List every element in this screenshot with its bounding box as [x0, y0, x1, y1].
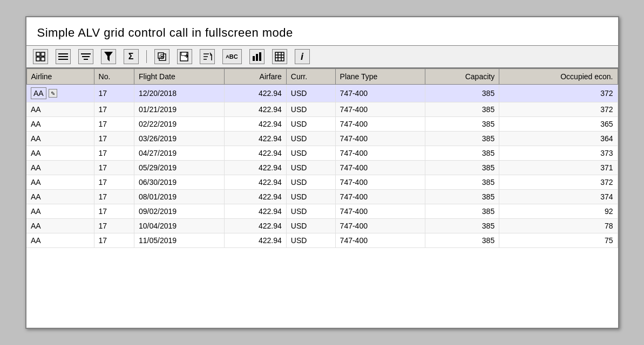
cell-airfare: 422.94 [225, 219, 287, 233]
cell-airline: AA [26, 161, 94, 175]
svg-rect-25 [275, 52, 284, 61]
cell-occupied-econ: 371 [499, 161, 618, 175]
cell-airline: AA [26, 175, 94, 190]
toolbar: Σ [26, 46, 618, 68]
cell-plane-type: 747-400 [335, 204, 425, 219]
table-row[interactable]: AA1710/04/2019422.94USD747-40038578 [26, 219, 618, 233]
col-header-no: No. [94, 69, 134, 85]
table-row[interactable]: AA1709/02/2019422.94USD747-40038592 [26, 204, 618, 219]
cell-occupied-econ: 373 [499, 146, 618, 161]
cell-occupied-econ: 365 [499, 117, 618, 132]
filter-columns-icon[interactable] [78, 49, 93, 64]
svg-rect-23 [256, 54, 258, 61]
svg-rect-22 [253, 56, 255, 61]
cell-flight-date: 01/21/2019 [134, 102, 224, 117]
table-row[interactable]: AA1704/27/2019422.94USD747-400385373 [26, 146, 618, 161]
cell-occupied-econ: 372 [499, 175, 618, 190]
title-bar: Simple ALV grid control call in fullscre… [26, 17, 618, 46]
cell-plane-type: 747-400 [335, 219, 425, 233]
window-title: Simple ALV grid control call in fullscre… [37, 26, 293, 39]
table-row[interactable]: AA1706/30/2019422.94USD747-400385372 [26, 175, 618, 190]
cell-flight-date: 10/04/2019 [134, 219, 224, 233]
col-header-capacity: Capacity [425, 69, 499, 85]
table-row[interactable]: AA1705/29/2019422.94USD747-400385371 [26, 161, 618, 175]
cell-curr: USD [286, 146, 335, 161]
cell-flight-date: 05/29/2019 [134, 161, 224, 175]
cell-flight-date: 02/22/2019 [134, 117, 224, 132]
cell-plane-type: 747-400 [335, 233, 425, 248]
cell-airline: AA✎ [26, 85, 94, 102]
filter-icon[interactable] [101, 49, 116, 64]
table-row[interactable]: AA✎1712/20/2018422.94USD747-400385372 [26, 85, 618, 102]
cell-occupied-econ: 372 [499, 102, 618, 117]
cell-no: 17 [94, 204, 134, 219]
cell-no: 17 [94, 132, 134, 146]
cell-plane-type: 747-400 [335, 175, 425, 190]
cell-capacity: 385 [425, 117, 499, 132]
abc-icon[interactable]: ABC [222, 49, 242, 64]
cell-curr: USD [286, 175, 335, 190]
sort-icon[interactable] [200, 49, 215, 64]
cell-capacity: 385 [425, 102, 499, 117]
cell-plane-type: 747-400 [335, 161, 425, 175]
cell-capacity: 385 [425, 204, 499, 219]
svg-rect-2 [36, 57, 40, 61]
cell-airfare: 422.94 [225, 85, 287, 102]
svg-rect-1 [41, 52, 45, 56]
table-row[interactable]: AA1702/22/2019422.94USD747-400385365 [26, 117, 618, 132]
cell-curr: USD [286, 132, 335, 146]
table-row[interactable]: AA1711/05/2019422.94USD747-40038575 [26, 233, 618, 248]
cell-airfare: 422.94 [225, 132, 287, 146]
svg-rect-16 [181, 52, 187, 56]
export-icon[interactable] [177, 49, 192, 64]
cell-no: 17 [94, 190, 134, 204]
cell-capacity: 385 [425, 175, 499, 190]
cell-edit-icon[interactable]: ✎ [49, 89, 57, 98]
col-header-flight-date: Flight Date [134, 69, 224, 85]
cell-airfare: 422.94 [225, 175, 287, 190]
cell-curr: USD [286, 233, 335, 248]
cell-curr: USD [286, 190, 335, 204]
info-icon[interactable]: i [295, 49, 310, 64]
cell-plane-type: 747-400 [335, 190, 425, 204]
toolbar-separator-1 [146, 50, 147, 63]
cell-capacity: 385 [425, 85, 499, 102]
cell-airfare: 422.94 [225, 102, 287, 117]
cell-airline: AA [26, 146, 94, 161]
cell-occupied-econ: 75 [499, 233, 618, 248]
table-header: Airline No. Flight Date Airfare Curr. Pl… [26, 69, 618, 85]
cell-curr: USD [286, 85, 335, 102]
table-row[interactable]: AA1703/26/2019422.94USD747-400385364 [26, 132, 618, 146]
layout-icon[interactable] [56, 49, 71, 64]
cell-flight-date: 11/05/2019 [134, 233, 224, 248]
col-header-airline: Airline [26, 69, 94, 85]
grid-settings-icon[interactable] [33, 49, 48, 64]
table-row[interactable]: AA1701/21/2019422.94USD747-400385372 [26, 102, 618, 117]
cell-occupied-econ: 372 [499, 85, 618, 102]
cell-capacity: 385 [425, 132, 499, 146]
cell-flight-date: 06/30/2019 [134, 175, 224, 190]
cell-airline: AA [26, 219, 94, 233]
copy-icon[interactable] [154, 49, 170, 64]
chart-icon[interactable] [249, 49, 265, 64]
cell-no: 17 [94, 219, 134, 233]
cell-flight-date: 12/20/2018 [134, 85, 224, 102]
table-icon[interactable] [272, 49, 287, 64]
cell-airfare: 422.94 [225, 161, 287, 175]
table-row[interactable]: AA1708/01/2019422.94USD747-400385374 [26, 190, 618, 204]
cell-flight-date: 04/27/2019 [134, 146, 224, 161]
cell-airline: AA [26, 132, 94, 146]
svg-rect-0 [36, 52, 40, 56]
cell-airfare: 422.94 [225, 204, 287, 219]
svg-rect-3 [41, 57, 45, 61]
sum-icon[interactable]: Σ [124, 49, 139, 64]
cell-occupied-econ: 364 [499, 132, 618, 146]
cell-plane-type: 747-400 [335, 117, 425, 132]
header-row: Airline No. Flight Date Airfare Curr. Pl… [26, 69, 618, 85]
cell-flight-date: 08/01/2019 [134, 190, 224, 204]
cell-plane-type: 747-400 [335, 132, 425, 146]
cell-capacity: 385 [425, 190, 499, 204]
cell-plane-type: 747-400 [335, 102, 425, 117]
col-header-plane-type: Plane Type [335, 69, 425, 85]
cell-capacity: 385 [425, 161, 499, 175]
